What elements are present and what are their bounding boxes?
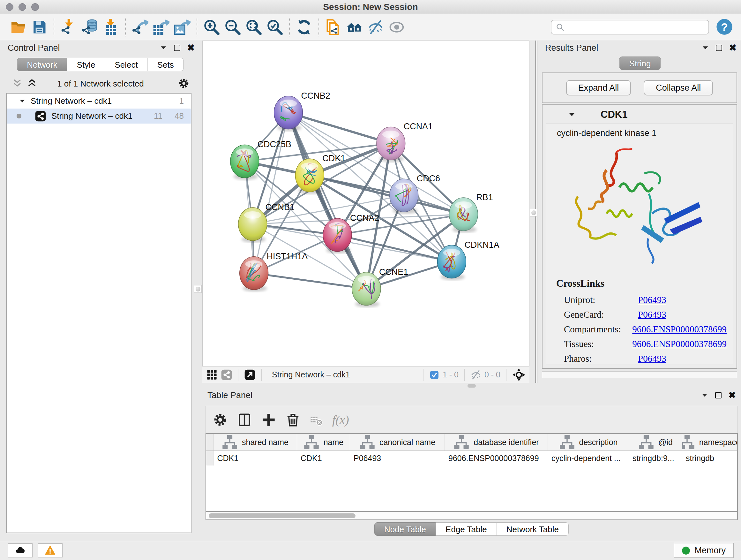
table-panel-title: Table Panel	[207, 390, 253, 400]
control-panel-menu-icon[interactable]	[160, 44, 167, 51]
hide-selected-button[interactable]	[365, 16, 386, 38]
right-splitter-handle[interactable]	[530, 209, 537, 216]
memory-button[interactable]: Memory	[674, 543, 734, 558]
search-input[interactable]	[567, 23, 704, 32]
collection-caret-icon[interactable]	[19, 98, 25, 105]
tab-node-table[interactable]: Node Table	[374, 522, 436, 536]
column-header[interactable]: namespace	[682, 434, 737, 451]
cloud-status-button[interactable]	[8, 543, 32, 557]
node-HIST1H1A[interactable]	[240, 257, 268, 292]
zoom-selected-button[interactable]	[264, 16, 285, 38]
crosslink-link[interactable]: P06493	[638, 354, 666, 364]
save-session-button[interactable]	[29, 16, 50, 38]
results-panel-close-icon[interactable]: ✖	[729, 45, 737, 51]
expand-all-button[interactable]: Expand All	[566, 80, 631, 96]
network-from-selection-button[interactable]	[323, 16, 344, 38]
first-neighbors-button[interactable]	[344, 16, 365, 38]
table-row[interactable]: CDK1CDK1P064939606.ENSP00000378699cyclin…	[206, 451, 737, 465]
table-cell[interactable]: P06493	[350, 451, 445, 465]
node-CDC25B[interactable]	[230, 145, 259, 180]
open-session-icon	[10, 19, 26, 36]
gene-name: CDK1	[601, 109, 627, 120]
table-cell[interactable]: CDK1	[297, 451, 350, 465]
toolbar-search	[551, 20, 709, 35]
create-column-plus-icon[interactable]	[261, 413, 276, 427]
network-type-share-icon[interactable]	[221, 369, 232, 381]
node-CDK1[interactable]	[295, 159, 324, 194]
refresh-button[interactable]	[293, 16, 315, 38]
table-panel-float-icon[interactable]	[715, 392, 722, 398]
show-all-button[interactable]	[386, 16, 407, 38]
node-CCNA1[interactable]	[377, 127, 405, 162]
network-options-gear-icon[interactable]	[178, 78, 190, 89]
export-image-button[interactable]	[172, 16, 193, 38]
table-cell[interactable]: stringdb	[682, 451, 737, 465]
import-table-button[interactable]	[100, 16, 121, 38]
column-header[interactable]: canonical name	[350, 434, 445, 451]
table-panel-close-icon[interactable]: ✖	[729, 392, 736, 398]
tab-network[interactable]: Network	[17, 58, 67, 71]
table-cell[interactable]: CDK1	[213, 451, 297, 465]
crosslink-link[interactable]: P06493	[638, 309, 666, 320]
table-cell[interactable]: cyclin-dependent ...	[548, 451, 629, 465]
open-session-button[interactable]	[8, 16, 29, 38]
zoom-fit-button[interactable]	[243, 16, 264, 38]
network-view[interactable]: CCNB2CCNA1CDC25BCDK1CDC6RB1CCNB1CCNA2CDK…	[202, 41, 529, 366]
export-table-button[interactable]	[151, 16, 172, 38]
birds-eye-grid-icon[interactable]	[206, 369, 218, 381]
table-horizontal-scrollbar[interactable]	[205, 512, 738, 520]
results-panel-float-icon[interactable]	[716, 45, 722, 51]
crosslink-link[interactable]: P06493	[638, 295, 666, 305]
delete-column-trash-icon[interactable]	[286, 413, 300, 427]
node-CCNB1[interactable]	[239, 207, 267, 243]
gene-collapse-caret-icon[interactable]	[568, 111, 576, 118]
network-graph[interactable]: CCNB2CCNA1CDC25BCDK1CDC6RB1CCNB1CCNA2CDK…	[203, 41, 529, 366]
node-CDKN1A[interactable]	[437, 245, 466, 280]
zoom-out-button[interactable]	[222, 16, 243, 38]
table-scrollbar-thumb[interactable]	[209, 513, 355, 518]
collapse-all-button[interactable]: Collapse All	[644, 80, 713, 96]
network-edges[interactable]	[245, 113, 464, 289]
crosslink-link[interactable]: 9606.ENSP00000378699	[632, 339, 727, 349]
tab-string[interactable]: String	[619, 57, 661, 70]
show-columns-icon[interactable]	[237, 413, 252, 427]
import-table-icon	[103, 19, 119, 36]
horizontal-splitter[interactable]	[202, 383, 741, 388]
tab-network-table[interactable]: Network Table	[496, 522, 569, 536]
node-CCNE1[interactable]	[352, 272, 381, 307]
column-header[interactable]: name	[297, 434, 350, 451]
tab-edge-table[interactable]: Edge Table	[435, 522, 497, 536]
node-CCNB2[interactable]	[274, 96, 303, 131]
open-in-window-icon[interactable]	[244, 369, 256, 381]
node-table[interactable]: shared namenamecanonical namedatabase id…	[205, 433, 738, 512]
column-header[interactable]: shared name	[213, 434, 297, 451]
help-button[interactable]	[716, 18, 733, 36]
export-network-button[interactable]	[130, 16, 151, 38]
table-cell[interactable]: stringdb:9...	[629, 451, 682, 465]
tab-sets[interactable]: Sets	[147, 58, 184, 71]
tab-select[interactable]: Select	[105, 58, 147, 71]
table-settings-gear-icon[interactable]	[213, 413, 227, 427]
control-panel-float-icon[interactable]	[174, 45, 180, 51]
column-header[interactable]: database identifier	[445, 434, 548, 451]
results-panel-menu-icon[interactable]	[702, 44, 709, 51]
import-network-from-database-button[interactable]	[79, 16, 100, 38]
import-network-button[interactable]	[58, 16, 79, 38]
results-panel-scrollbar[interactable]	[542, 371, 737, 378]
node-RB1[interactable]	[449, 198, 478, 233]
tab-style[interactable]: Style	[67, 58, 105, 71]
warnings-button[interactable]	[38, 543, 63, 557]
table-panel-menu-icon[interactable]	[701, 392, 708, 399]
left-splitter-handle[interactable]	[194, 285, 202, 293]
table-cell[interactable]: 9606.ENSP00000378699	[445, 451, 548, 465]
column-header[interactable]: @id	[629, 434, 682, 451]
network-row[interactable]: String Network – cdk1 11 48	[7, 109, 191, 124]
gene-details: cyclin-dependent kinase 1	[546, 124, 733, 365]
zoom-in-button[interactable]	[201, 16, 222, 38]
crosslink-link[interactable]: 9606.ENSP00000378699	[632, 324, 727, 334]
network-collection-row[interactable]: String Network – cdk1 1	[7, 94, 191, 109]
crosslink-label: GeneCard:	[564, 309, 638, 320]
column-header[interactable]: description	[548, 434, 629, 451]
navigator-crosshair-icon[interactable]	[512, 368, 526, 381]
control-panel-close-icon[interactable]: ✖	[187, 45, 195, 51]
